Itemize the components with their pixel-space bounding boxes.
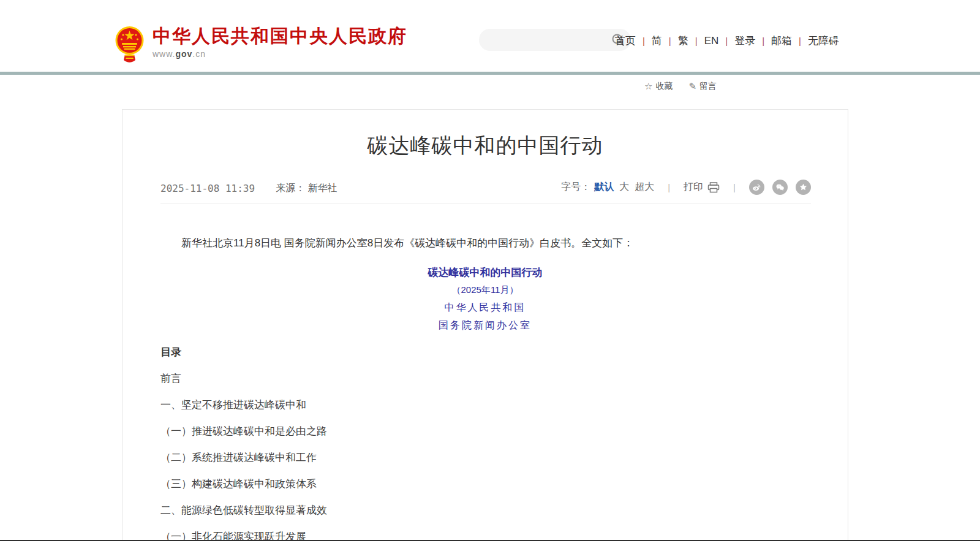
url-gov: gov (175, 49, 192, 59)
toc-item: （三）构建碳达峰碳中和政策体系 (160, 477, 810, 492)
comment-label: 留言 (699, 81, 717, 92)
font-size-label: 字号： (561, 181, 590, 194)
nav-separator: | (669, 36, 671, 46)
toc-item: （一）非化石能源实现跃升发展 (160, 530, 810, 540)
nav-mail[interactable]: 邮箱 (771, 34, 792, 48)
publish-date: 2025-11-08 11:39 (160, 183, 255, 194)
wechat-share-icon[interactable] (772, 180, 788, 195)
nav-english[interactable]: EN (704, 35, 719, 47)
toc-item: （二）系统推进碳达峰碳中和工作 (160, 450, 810, 465)
url-www: www. (153, 49, 175, 59)
toc-item: （一）推进碳达峰碳中和是必由之路 (160, 424, 810, 439)
document-author-line2: 国务院新闻办公室 (160, 319, 810, 332)
weibo-share-icon[interactable] (749, 180, 764, 195)
pencil-icon: ✎ (688, 81, 696, 92)
article-meta: 2025-11-08 11:39 来源： 新华社 (160, 182, 337, 195)
toc-item: 前言 (160, 371, 810, 386)
site-logo[interactable]: 中华人民共和国中央人民政府 www.gov.cn (115, 26, 407, 64)
document-author-line1: 中华人民共和国 (160, 301, 810, 314)
header-divider-band (0, 72, 980, 75)
nav-separator: | (695, 36, 698, 46)
site-url: www.gov.cn (153, 49, 407, 59)
font-size-xlarge-button[interactable]: 超大 (635, 181, 654, 194)
font-size-default-button[interactable]: 默认 (594, 181, 614, 194)
document-date: （2025年11月） (160, 283, 810, 297)
article-body: 新华社北京11月8日电 国务院新闻办公室8日发布《碳达峰碳中和的中国行动》白皮书… (160, 236, 810, 540)
site-title: 中华人民共和国中央人民政府 (153, 26, 407, 47)
toolbar-divider: | (668, 182, 670, 192)
comment-button[interactable]: ✎ 留言 (688, 81, 717, 92)
site-header: 中华人民共和国中央人民政府 www.gov.cn 首页 | 简 | 繁 | EN… (0, 0, 980, 72)
star-share-icon[interactable] (796, 180, 811, 195)
intro-paragraph: 新华社北京11月8日电 国务院新闻办公室8日发布《碳达峰碳中和的中国行动》白皮书… (160, 236, 810, 251)
nav-accessibility[interactable]: 无障碍 (808, 34, 839, 48)
favorite-button[interactable]: ☆ 收藏 (644, 81, 673, 92)
nav-separator: | (762, 36, 764, 46)
print-button[interactable]: 打印 (684, 181, 720, 194)
star-icon: ☆ (644, 81, 652, 92)
toc-heading: 目录 (160, 345, 810, 360)
nav-login[interactable]: 登录 (734, 34, 755, 48)
source-value[interactable]: 新华社 (308, 183, 337, 193)
toc-item: 一、坚定不移推进碳达峰碳中和 (160, 398, 810, 412)
nav-separator: | (799, 36, 801, 46)
toolbar-divider: | (733, 182, 736, 192)
document-title: 碳达峰碳中和的中国行动 (160, 265, 810, 280)
favorite-label: 收藏 (655, 81, 673, 92)
viewport-bottom-edge (0, 540, 980, 541)
national-emblem-icon (115, 26, 144, 64)
article-toolbar: 字号： 默认 大 超大 | 打印 | (561, 180, 811, 195)
article-container: 碳达峰碳中和的中国行动 2025-11-08 11:39 来源： 新华社 字号：… (122, 109, 848, 540)
nav-home[interactable]: 首页 (615, 34, 636, 48)
top-navigation: 首页 | 简 | 繁 | EN | 登录 | 邮箱 | 无障碍 (447, 34, 839, 48)
toc-item: 二、能源绿色低碳转型取得显著成效 (160, 503, 810, 518)
nav-separator: | (643, 36, 645, 46)
url-cn: .cn (192, 49, 206, 59)
font-size-large-button[interactable]: 大 (619, 181, 629, 194)
nav-simplified[interactable]: 简 (652, 34, 662, 48)
print-label: 打印 (684, 181, 703, 194)
source: 来源： 新华社 (276, 182, 337, 195)
printer-icon (707, 182, 720, 193)
article-title: 碳达峰碳中和的中国行动 (123, 132, 848, 160)
nav-traditional[interactable]: 繁 (678, 34, 688, 48)
meta-separator (160, 203, 811, 203)
share-buttons (749, 180, 811, 195)
nav-separator: | (725, 36, 728, 46)
source-label: 来源： (276, 183, 305, 193)
page-actions: ☆ 收藏 ✎ 留言 (644, 81, 717, 92)
